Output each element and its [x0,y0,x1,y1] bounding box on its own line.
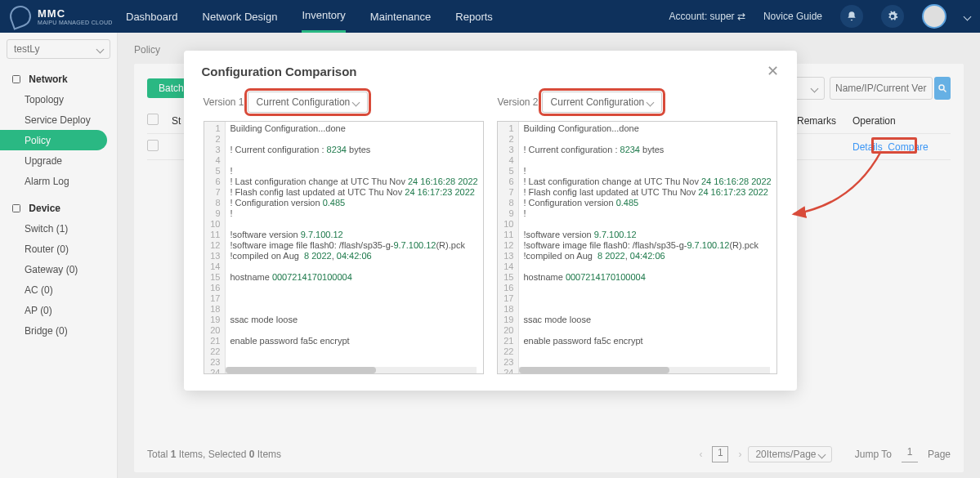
version1-select[interactable]: Current Configuration [248,92,368,113]
close-icon[interactable]: ✕ [767,62,779,80]
editor-right[interactable]: 123456789101112131415161718192021222324B… [497,121,777,374]
config-comparison-modal: Configuration Comparison ✕ Version 1Curr… [184,51,797,391]
version2-select[interactable]: Current Configuration [542,92,662,113]
modal-title: Configuration Comparison [202,65,357,78]
editor-left[interactable]: 123456789101112131415161718192021222324B… [204,121,484,374]
